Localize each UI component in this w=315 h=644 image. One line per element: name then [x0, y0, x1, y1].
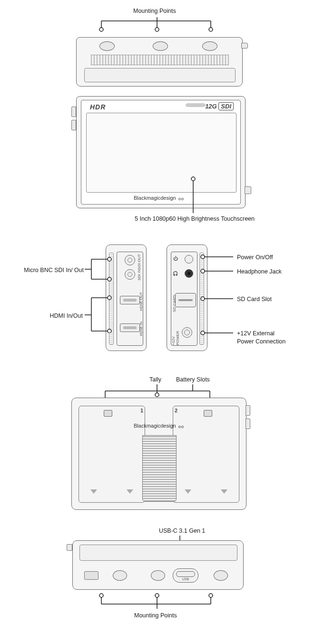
- bottom-rect: [84, 571, 98, 580]
- front-side-tab-2: [71, 120, 76, 130]
- svg-point-16: [108, 277, 111, 281]
- top-side-tab: [241, 43, 248, 49]
- txt-sdi-in: SDI IN: [137, 269, 141, 281]
- svg-point-30: [201, 331, 205, 335]
- speaker-grille: [186, 103, 205, 107]
- leader-bnc: [85, 257, 116, 283]
- svg-point-22: [108, 329, 111, 333]
- label-battery: Battery Slots: [176, 376, 210, 384]
- svg-point-42: [155, 594, 159, 597]
- txt-hdmi-in: HDMI IN: [139, 322, 143, 336]
- label-mounting-points-top: Mounting Points: [133, 7, 176, 15]
- top-view-body: [76, 37, 243, 87]
- svg-point-8: [191, 177, 195, 181]
- txt-sdi-out: SDI OUT: [137, 254, 141, 269]
- label-tally: Tally: [149, 376, 161, 384]
- txt-hdmi-out: HDMI OUT: [139, 292, 143, 311]
- svg-point-24: [201, 255, 205, 259]
- power-button[interactable]: [185, 255, 193, 263]
- usb-port-area: USB: [173, 568, 198, 583]
- svg-point-43: [209, 594, 213, 597]
- bnc-out[interactable]: [125, 255, 135, 265]
- hdr-logo: HDR: [90, 103, 106, 111]
- hdmi-in[interactable]: [120, 323, 140, 332]
- bottom-mount-2: [151, 570, 165, 581]
- bottom-mount-3: [214, 570, 228, 581]
- leader-hdmi: [85, 294, 116, 333]
- battery-slot-1[interactable]: [79, 406, 145, 503]
- power-barrel[interactable]: [182, 327, 192, 338]
- front-bezel: HDR 12G SDI Blackmagicdesign: [81, 100, 241, 205]
- svg-point-7: [209, 28, 213, 31]
- label-bnc: Micro BNC SDI In/ Out: [22, 266, 84, 274]
- svg-point-6: [155, 28, 159, 31]
- slot1-num: 1: [140, 408, 143, 413]
- leader-touchscreen-2: [188, 190, 198, 213]
- power-icon: ⏻: [173, 256, 178, 261]
- front-side-tab-r: [245, 186, 251, 194]
- leader-sd: [200, 296, 233, 302]
- back-view-body: 1 2 Blackmagicdesign: [71, 398, 246, 510]
- back-tab-1: [246, 405, 250, 416]
- svg-point-20: [108, 296, 111, 300]
- leader-power: [200, 254, 233, 260]
- center-grille: [142, 435, 177, 502]
- label-hdmi: HDMI In/Out: [44, 312, 83, 320]
- svg-point-41: [99, 594, 103, 597]
- label-mounting-points-bottom: Mounting Points: [134, 612, 177, 620]
- leader-mounting-bottom: [71, 593, 243, 612]
- usb-c-port[interactable]: [176, 571, 195, 577]
- sdi-logo-prefix: 12G: [205, 103, 217, 110]
- svg-point-26: [201, 269, 205, 273]
- leader-touchscreen: [188, 176, 198, 190]
- leader-extpwr: [200, 330, 233, 336]
- battery-slot-2[interactable]: [173, 406, 239, 503]
- slot2-num: 2: [175, 408, 177, 413]
- bottom-mount-1: [113, 570, 127, 581]
- svg-point-14: [108, 257, 111, 261]
- back-tab-2: [246, 419, 250, 429]
- usb-txt: USB: [182, 577, 189, 581]
- label-sd: SD Card Slot: [237, 295, 272, 303]
- sdi-logo-box: SDI: [218, 102, 234, 110]
- hdmi-out[interactable]: [120, 296, 140, 304]
- bottom-view-body: USB: [72, 540, 244, 590]
- headphone-jack[interactable]: [185, 269, 193, 278]
- front-side-tab-1: [71, 107, 76, 117]
- label-extpwr: +12V External Power Connection: [237, 330, 285, 346]
- touchscreen[interactable]: [86, 113, 236, 193]
- svg-point-28: [201, 297, 205, 301]
- bnc-in[interactable]: [125, 269, 135, 280]
- hp-icon: 🎧: [173, 271, 178, 276]
- label-usb: USB-C 3.1 Gen 1: [159, 527, 205, 535]
- txt-12v: +12V POWER: [171, 323, 180, 345]
- bottom-tab: [67, 544, 72, 551]
- leader-hp: [200, 268, 233, 274]
- svg-point-5: [99, 28, 103, 31]
- sd-card-slot[interactable]: [175, 293, 196, 307]
- brand-logo-front: Blackmagicdesign: [134, 195, 184, 201]
- brand-logo-back: Blackmagicdesign: [134, 423, 184, 429]
- label-touchscreen: 5 Inch 1080p60 High Brightness Touchscre…: [121, 215, 268, 223]
- label-hp: Headphone Jack: [237, 268, 282, 276]
- leader-mounting-top: [71, 15, 243, 34]
- sdi-logo: 12G SDI: [205, 103, 234, 110]
- label-power: Power On/Off: [237, 254, 273, 262]
